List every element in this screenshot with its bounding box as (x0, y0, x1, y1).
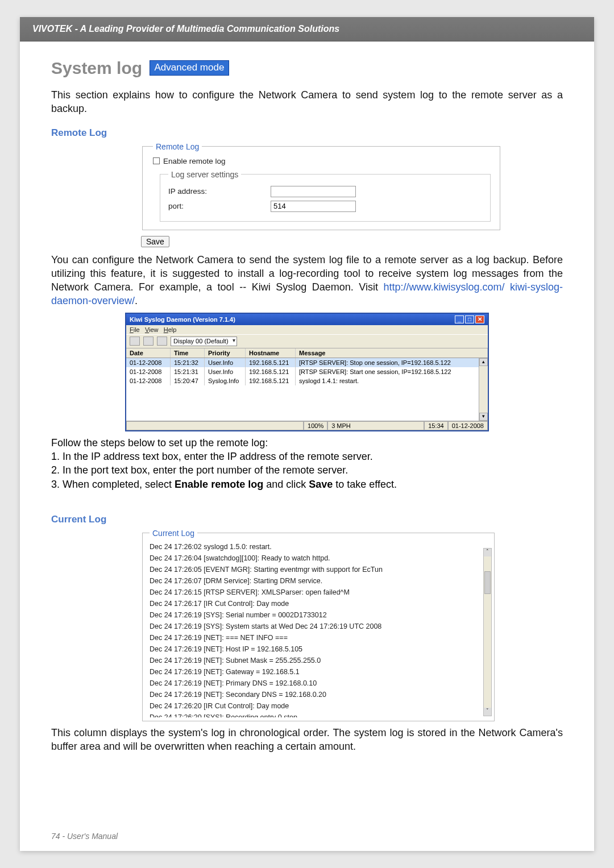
toolbar-icon-3[interactable] (157, 337, 167, 346)
current-log-scrollbar[interactable]: ˄ ˅ (483, 548, 492, 716)
toolbar-icon-2[interactable] (143, 337, 154, 346)
kiwi-window: Kiwi Syslog Daemon (Version 7.1.4) _ □ ✕… (125, 313, 489, 431)
header-banner: VIVOTEK - A Leading Provider of Multimed… (20, 17, 594, 41)
advanced-mode-badge: Advanced mode (150, 60, 230, 76)
remote-log-desc: You can configure the Network Camera to … (51, 253, 563, 308)
scroll-up-icon[interactable]: ˄ (484, 549, 491, 556)
log-server-settings-fieldset: Log server settings IP address: port: (160, 170, 491, 222)
kiwi-scrollbar[interactable]: ▴ ▾ (479, 358, 488, 421)
remote-log-heading: Remote Log (51, 127, 563, 139)
enable-remote-log-checkbox[interactable] (153, 157, 160, 164)
kiwi-link-1[interactable]: http://www.kiwisyslog.com/ (383, 281, 504, 293)
current-log-desc: This column displays the system's log in… (51, 726, 563, 754)
menu-view[interactable]: View (145, 326, 159, 333)
close-icon[interactable]: ✕ (475, 315, 484, 323)
scroll-up-icon[interactable]: ▴ (479, 358, 488, 366)
table-row[interactable]: 01-12-200815:21:32User.Info192.168.5.121… (126, 358, 488, 367)
remote-log-legend: Remote Log (153, 142, 202, 151)
current-log-body: Dec 24 17:26:02 syslogd 1.5.0: restart. … (150, 541, 494, 717)
maximize-icon[interactable]: □ (465, 315, 474, 323)
scroll-down-icon[interactable]: ▾ (479, 413, 488, 421)
port-label: port: (168, 202, 271, 210)
current-log-legend: Current Log (150, 529, 197, 538)
kiwi-window-title: Kiwi Syslog Daemon (Version 7.1.4) (130, 316, 235, 323)
ip-address-label: IP address: (168, 187, 271, 196)
toolbar-icon-1[interactable] (130, 337, 140, 346)
scroll-down-icon[interactable]: ˅ (484, 708, 491, 716)
kiwi-status-bar: 100% 3 MPH 15:34 01-12-2008 (126, 421, 488, 430)
kiwi-menu-bar: FFileile View Help (126, 325, 488, 334)
current-log-fieldset: Current Log Dec 24 17:26:02 syslogd 1.5.… (142, 529, 495, 721)
page-title: System log (51, 59, 142, 78)
table-row[interactable]: 01-12-200815:20:47Syslog.Info192.168.5.1… (126, 376, 488, 385)
minimize-icon[interactable]: _ (455, 315, 464, 323)
menu-file[interactable]: FFileile (130, 326, 140, 333)
page-footer: 74 - User's Manual (51, 832, 118, 841)
remote-log-fieldset: Remote Log Enable remote log Log server … (142, 142, 500, 230)
save-button[interactable]: Save (141, 236, 169, 247)
enable-remote-log-label: Enable remote log (163, 157, 226, 165)
current-log-heading: Current Log (51, 514, 563, 525)
display-select[interactable]: Display 00 (Default) (171, 337, 237, 346)
ip-address-input[interactable] (271, 186, 356, 197)
steps-block: Follow the steps below to set up the rem… (51, 436, 563, 491)
intro-text: This section explains how to configure t… (51, 88, 563, 116)
kiwi-table-header: Date Time Priority Hostname Message (126, 348, 488, 358)
port-input[interactable] (271, 201, 356, 212)
table-row[interactable]: 01-12-200815:21:31User.Info192.168.5.121… (126, 367, 488, 376)
scroll-thumb[interactable] (484, 571, 491, 594)
log-server-settings-legend: Log server settings (168, 170, 241, 179)
menu-help[interactable]: Help (164, 326, 177, 333)
